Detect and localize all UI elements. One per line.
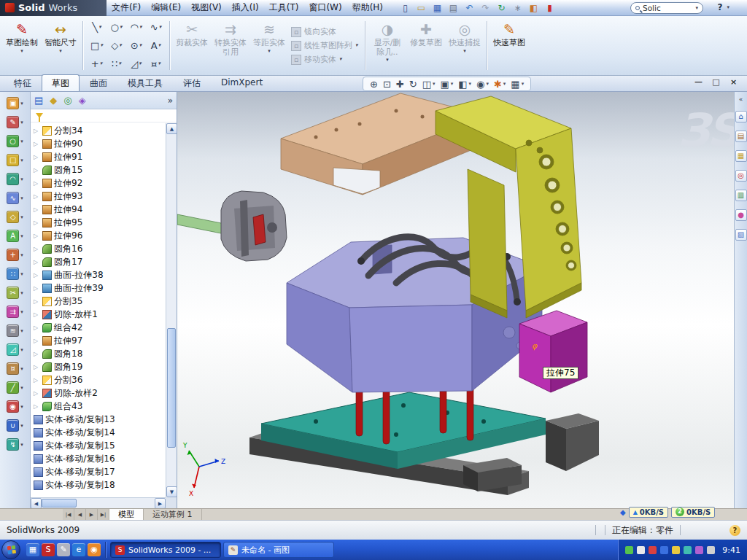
- media-player-icon[interactable]: ◉: [88, 543, 101, 556]
- search-input-value[interactable]: Solic: [643, 4, 661, 12]
- design-library-icon[interactable]: ▤: [735, 131, 747, 142]
- chevron-down-icon[interactable]: ▾: [20, 195, 23, 201]
- feature-tree-item[interactable]: ▷拉伸92: [31, 176, 177, 190]
- rotate-view-icon[interactable]: ↻: [409, 79, 417, 90]
- chevron-down-icon[interactable]: ▾: [695, 5, 698, 12]
- tab-scroll-button[interactable]: ◀: [74, 509, 86, 520]
- feature-tree-item[interactable]: ▷圆角15: [31, 163, 177, 176]
- expand-arrow-icon[interactable]: ▷: [34, 311, 40, 318]
- feature-tree-item[interactable]: 实体-移动/复制14: [31, 426, 177, 439]
- save-icon[interactable]: ▦: [432, 3, 443, 13]
- expand-arrow-icon[interactable]: ▷: [34, 285, 40, 292]
- chevron-down-icon[interactable]: ▾: [20, 366, 23, 372]
- chevron-down-icon[interactable]: ▾: [451, 81, 454, 87]
- graphics-area[interactable]: ЗS: [177, 92, 734, 508]
- taskbar-task-button[interactable]: SSolidWorks 2009 - ...: [110, 542, 221, 558]
- feature-tree-item[interactable]: ▷分割35: [31, 295, 177, 308]
- scrollbar-thumb[interactable]: [167, 328, 176, 448]
- left-toolbar-item[interactable]: +▾: [7, 249, 23, 261]
- expand-arrow-icon[interactable]: ▷: [34, 390, 40, 397]
- expand-arrow-icon[interactable]: ▷: [34, 377, 40, 384]
- tray-icon-6[interactable]: [684, 546, 692, 554]
- feature-tree-item[interactable]: ▷拉伸95: [31, 216, 177, 229]
- tray-icon-7[interactable]: [695, 546, 703, 554]
- feature-tree-item[interactable]: ▷圆角16: [31, 242, 177, 255]
- tray-icon-1[interactable]: [625, 546, 633, 554]
- zoom-area-icon[interactable]: ⊡: [383, 79, 391, 90]
- tray-icon-5[interactable]: [672, 546, 680, 554]
- tray-icon-3[interactable]: [649, 546, 657, 554]
- chevron-down-icon[interactable]: ▾: [469, 81, 472, 87]
- scrollbar-thumb[interactable]: [42, 499, 77, 508]
- arc-tool-button[interactable]: ◠▾: [126, 18, 146, 36]
- close-button[interactable]: ×: [728, 77, 739, 87]
- tray-icon-8[interactable]: [707, 546, 715, 554]
- menu-item[interactable]: 窗口(W): [303, 0, 347, 15]
- expand-arrow-icon[interactable]: ▷: [34, 246, 40, 252]
- tab-scroll-button[interactable]: ▶: [86, 509, 98, 520]
- left-toolbar-item[interactable]: ╱▾: [7, 381, 23, 394]
- left-toolbar-item[interactable]: ◉▾: [7, 400, 23, 413]
- left-toolbar-item[interactable]: ¤▾: [7, 362, 23, 375]
- scroll-down-button[interactable]: ▼: [166, 486, 177, 497]
- menu-item[interactable]: 插入(I): [227, 0, 264, 15]
- expand-arrow-icon[interactable]: ▷: [34, 298, 40, 305]
- options-icon[interactable]: ∗: [512, 3, 523, 13]
- expand-arrow-icon[interactable]: ▷: [34, 154, 40, 160]
- chevron-down-icon[interactable]: ▾: [20, 176, 23, 182]
- expand-arrow-icon[interactable]: ▷: [34, 272, 40, 279]
- chevron-down-icon[interactable]: ▾: [522, 81, 525, 87]
- commandmanager-tab[interactable]: 评估: [173, 74, 211, 91]
- show-desktop-icon[interactable]: ▦: [26, 543, 39, 556]
- featuremanager-tab-icon[interactable]: ▤: [34, 95, 43, 106]
- minimize-button[interactable]: —: [693, 77, 704, 87]
- left-toolbar-item[interactable]: ○▾: [7, 135, 23, 147]
- display-delete-relations-button[interactable]: ◑ 显示/删除几.. ▾: [369, 18, 406, 74]
- feature-tree-item[interactable]: ▷分割34: [31, 124, 177, 137]
- solidworks-quicklaunch-icon[interactable]: S: [42, 543, 55, 556]
- feature-tree-item[interactable]: 实体-移动/复制18: [31, 478, 177, 491]
- model-canvas[interactable]: ЗS: [177, 92, 734, 508]
- left-toolbar-item[interactable]: ◇▾: [7, 211, 23, 223]
- ribbon-stack-button[interactable]: ▫移动实体▾: [290, 54, 361, 65]
- chevron-down-icon[interactable]: ▾: [20, 423, 23, 429]
- taskbar-task-button[interactable]: ✎未命名 - 画图: [223, 542, 334, 558]
- expand-arrow-icon[interactable]: ▷: [34, 206, 40, 213]
- feature-tree-item[interactable]: ▷曲面-拉伸38: [31, 268, 177, 281]
- redo-icon[interactable]: ↷: [480, 3, 491, 13]
- new-document-icon[interactable]: ▯: [400, 3, 411, 13]
- chevron-down-icon[interactable]: ▾: [386, 57, 389, 63]
- menu-item[interactable]: 工具(T): [264, 0, 304, 15]
- tray-icon-2[interactable]: [637, 546, 645, 554]
- chevron-down-icon[interactable]: ▾: [20, 309, 23, 315]
- display-style-icon[interactable]: ◧: [458, 79, 467, 90]
- sketch-fillet-tool-button[interactable]: ◿▾: [126, 55, 146, 73]
- left-toolbar-item[interactable]: □▾: [7, 154, 23, 166]
- feature-tree-item[interactable]: 实体-移动/复制16: [31, 452, 177, 465]
- file-explorer-icon[interactable]: ▦: [735, 150, 747, 162]
- chevron-down-icon[interactable]: ▾: [20, 271, 23, 277]
- feature-tree-item[interactable]: ▷分割36: [31, 373, 177, 386]
- view-orientation-icon[interactable]: ▣: [440, 79, 449, 90]
- dimxpertmanager-tab-icon[interactable]: ◈: [79, 95, 86, 106]
- pan-icon[interactable]: ✚: [396, 79, 404, 90]
- feature-tree-item[interactable]: ▷拉伸94: [31, 203, 177, 216]
- polygon-tool-button[interactable]: ◇▾: [107, 36, 126, 55]
- chamfer-tool-button[interactable]: ¤▾: [146, 55, 166, 73]
- chevron-down-icon[interactable]: ▾: [20, 404, 23, 410]
- search-box[interactable]: Solic ▾: [630, 2, 703, 14]
- help-button[interactable]: ?: [718, 2, 723, 12]
- ribbon-stack-button[interactable]: ▫镜向实体: [290, 26, 361, 37]
- menu-item[interactable]: 文件(F): [107, 0, 146, 15]
- appearances-icon[interactable]: ●: [735, 209, 747, 221]
- point-tool-button[interactable]: +▾: [87, 55, 107, 73]
- chevron-down-icon[interactable]: ▾: [20, 214, 23, 220]
- spline-tool-button[interactable]: ∿▾: [146, 18, 166, 36]
- ribbon-stack-button[interactable]: ▫线性草图阵列▾: [290, 40, 361, 51]
- menu-item[interactable]: 视图(V): [186, 0, 227, 15]
- print-icon[interactable]: ▤: [448, 3, 459, 13]
- search-icon[interactable]: ◎: [735, 170, 747, 182]
- feature-tree-item[interactable]: ▷拉伸96: [31, 229, 177, 242]
- expand-arrow-icon[interactable]: ▷: [34, 233, 40, 239]
- chevron-down-icon[interactable]: ▾: [20, 120, 23, 125]
